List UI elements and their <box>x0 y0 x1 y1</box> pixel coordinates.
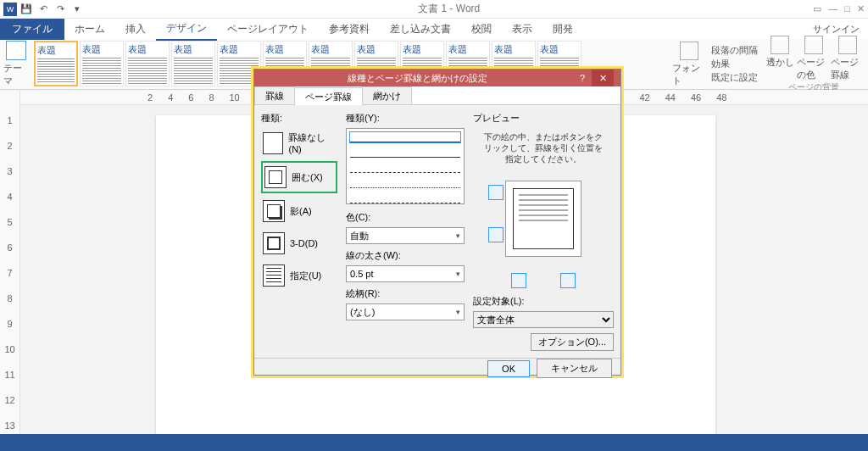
tab-view[interactable]: 表示 <box>502 19 542 40</box>
style-item[interactable]: 表題 <box>171 41 215 86</box>
setting-column: 種類: 罫線なし(N) 囲む(X) 影(A) 3-D(D) <box>261 112 337 351</box>
tab-design[interactable]: デザイン <box>156 18 217 41</box>
options-button[interactable]: オプション(O)... <box>531 333 614 351</box>
setting-box[interactable]: 囲む(X) <box>261 161 337 193</box>
edge-bottom-button[interactable] <box>488 227 504 242</box>
shadow-icon <box>263 200 285 222</box>
theme-label: テーマ <box>3 62 29 87</box>
art-combo[interactable]: (なし)▾ <box>346 303 465 320</box>
ok-button[interactable]: OK <box>487 360 530 377</box>
tab-home[interactable]: ホーム <box>64 19 115 40</box>
redo-icon[interactable]: ↷ <box>53 2 68 17</box>
page-color-icon <box>804 36 823 54</box>
save-icon[interactable]: 💾 <box>19 2 34 17</box>
watermark-icon <box>771 36 789 54</box>
width-label: 線の太さ(W): <box>346 249 465 262</box>
status-bar <box>0 434 868 451</box>
cancel-button[interactable]: キャンセル <box>537 359 612 378</box>
borders-shading-dialog: 線種とページ罫線と網かけの設定 ? ✕ 罫線 ページ罫線 網かけ 種類: 罫線な… <box>253 69 621 376</box>
apply-to-label: 設定対象(L): <box>473 295 614 308</box>
tab-borders[interactable]: 罫線 <box>254 86 295 104</box>
effects-button[interactable]: 効果 <box>711 58 758 70</box>
chevron-down-icon: ▾ <box>456 308 460 316</box>
dialog-highlight-outline: 線種とページ罫線と網かけの設定 ? ✕ 罫線 ページ罫線 網かけ 種類: 罫線な… <box>251 66 624 378</box>
style-item[interactable]: 表題 <box>125 41 170 86</box>
preview-box <box>505 181 581 257</box>
undo-icon[interactable]: ↶ <box>36 2 51 17</box>
maximize-icon[interactable]: □ <box>844 3 850 14</box>
close-window-icon[interactable]: ✕ <box>857 3 865 14</box>
minimize-icon[interactable]: — <box>828 3 837 14</box>
preview-page <box>513 188 574 249</box>
ribbon-right-tools: フォント 段落の間隔 効果 既定に設定 透かし ページの色 ページ罫線 ページの… <box>672 41 865 87</box>
word-icon: W <box>3 3 17 16</box>
dialog-body: 種類: 罫線なし(N) 囲む(X) 影(A) 3-D(D) <box>254 105 620 358</box>
vertical-ruler: 12345678910111213 <box>0 90 20 451</box>
width-combo[interactable]: 0.5 pt▾ <box>346 265 465 282</box>
fonts-button[interactable]: フォント <box>672 42 706 87</box>
apply-to-select[interactable]: 文書全体 <box>473 311 614 328</box>
dialog-titlebar: 線種とページ罫線と網かけの設定 ? ✕ <box>254 70 620 86</box>
color-combo[interactable]: 自動▾ <box>346 227 465 244</box>
font-icon <box>680 42 698 60</box>
ribbon-tabs: ファイル ホーム 挿入 デザイン ページレイアウト 参考資料 差し込み文書 校閲… <box>0 19 868 39</box>
style-item[interactable]: 表題 <box>80 41 124 86</box>
setting-3d[interactable]: 3-D(D) <box>261 229 337 258</box>
style-item[interactable]: 表題 <box>34 41 78 86</box>
setting-custom[interactable]: 指定(U) <box>261 261 337 290</box>
preview-column: プレビュー 下の絵の中、またはボタンをクリックして、罫線を引く位置を指定してくだ… <box>473 112 614 351</box>
line-style-label: 種類(Y): <box>346 112 465 125</box>
none-icon <box>263 132 283 154</box>
preview-instruction: 下の絵の中、またはボタンをクリックして、罫線を引く位置を指定してください。 <box>473 128 614 168</box>
tab-page-border[interactable]: ページ罫線 <box>294 87 363 105</box>
watermark-button[interactable]: 透かし <box>763 36 797 81</box>
setting-none[interactable]: 罫線なし(N) <box>261 128 337 158</box>
themes-button[interactable]: テーマ <box>3 41 29 87</box>
close-icon[interactable]: ✕ <box>592 70 614 86</box>
theme-icon <box>6 41 26 60</box>
title-bar: W 💾 ↶ ↷ ▾ 文書 1 - Word ▭ — □ ✕ <box>0 0 868 19</box>
page-color-button[interactable]: ページの色 <box>797 36 831 81</box>
art-label: 絵柄(R): <box>346 287 465 300</box>
tab-review[interactable]: 校閲 <box>461 19 502 40</box>
edge-top-button[interactable] <box>488 185 504 200</box>
dialog-tabs: 罫線 ページ罫線 網かけ <box>254 86 620 105</box>
file-tab[interactable]: ファイル <box>0 19 64 40</box>
color-label: 色(C): <box>346 211 465 224</box>
set-default-button[interactable]: 既定に設定 <box>711 71 758 84</box>
qat-dropdown-icon[interactable]: ▾ <box>70 2 85 17</box>
edge-left-button[interactable] <box>511 273 526 288</box>
document-title: 文書 1 - Word <box>85 2 813 16</box>
edge-right-button[interactable] <box>560 273 576 288</box>
tab-layout[interactable]: ページレイアウト <box>217 19 319 40</box>
tab-insert[interactable]: 挿入 <box>115 19 156 40</box>
page-border-icon <box>838 36 857 54</box>
ribbon-options-icon[interactable]: ▭ <box>813 3 821 14</box>
line-style-list[interactable] <box>346 128 465 204</box>
preview-area <box>473 168 614 270</box>
dialog-footer: OK キャンセル <box>254 358 620 378</box>
style-column: 種類(Y): 色(C): 自動▾ 線の太さ(W): 0.5 pt▾ 絵柄(R):… <box>346 112 465 351</box>
help-icon[interactable]: ? <box>573 73 592 83</box>
tab-shading[interactable]: 網かけ <box>362 86 412 104</box>
paragraph-spacing-button[interactable]: 段落の間隔 <box>711 44 758 57</box>
preview-label: プレビュー <box>473 112 614 125</box>
quick-access-toolbar: W 💾 ↶ ↷ ▾ <box>3 2 85 17</box>
tab-references[interactable]: 参考資料 <box>319 19 380 40</box>
dialog-title-text: 線種とページ罫線と網かけの設定 <box>261 72 573 85</box>
custom-icon <box>263 264 285 287</box>
page-borders-button[interactable]: ページ罫線 <box>831 36 865 81</box>
3d-icon <box>263 232 285 254</box>
setting-shadow[interactable]: 影(A) <box>261 197 337 226</box>
chevron-down-icon: ▾ <box>456 270 460 278</box>
chevron-down-icon: ▾ <box>456 231 460 240</box>
setting-label: 種類: <box>261 112 337 125</box>
box-icon <box>264 166 287 188</box>
window-controls: ▭ — □ ✕ <box>813 3 865 14</box>
tab-mailings[interactable]: 差し込み文書 <box>380 19 461 40</box>
tab-developer[interactable]: 開発 <box>542 19 583 40</box>
